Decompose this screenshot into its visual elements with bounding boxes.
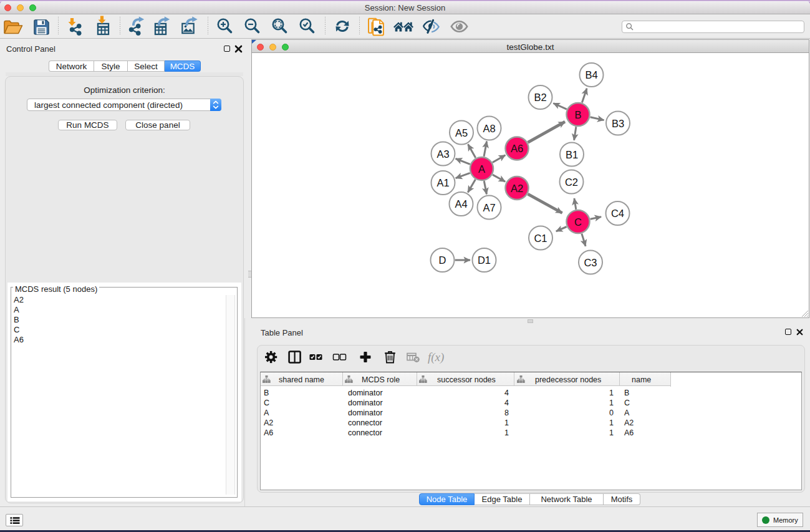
svg-text:B1: B1	[566, 149, 578, 160]
svg-text:A5: A5	[455, 127, 468, 138]
svg-text:B3: B3	[612, 118, 624, 129]
svg-text:C3: C3	[584, 257, 597, 268]
svg-text:C1: C1	[534, 233, 547, 244]
svg-text:B: B	[574, 109, 581, 120]
svg-text:D: D	[439, 254, 446, 266]
svg-text:B2: B2	[534, 92, 546, 103]
svg-text:A8: A8	[483, 123, 495, 134]
svg-text:A7: A7	[483, 202, 495, 213]
svg-text:C2: C2	[565, 177, 578, 188]
svg-text:C: C	[574, 216, 582, 228]
svg-text:A6: A6	[511, 143, 523, 154]
svg-text:B4: B4	[585, 69, 597, 80]
svg-text:A4: A4	[455, 198, 467, 210]
svg-text:A1: A1	[436, 177, 449, 188]
svg-text:C4: C4	[611, 208, 624, 219]
svg-text:A3: A3	[436, 148, 449, 160]
svg-text:A: A	[478, 163, 485, 175]
svg-text:D1: D1	[478, 254, 491, 266]
svg-text:A2: A2	[511, 183, 523, 194]
